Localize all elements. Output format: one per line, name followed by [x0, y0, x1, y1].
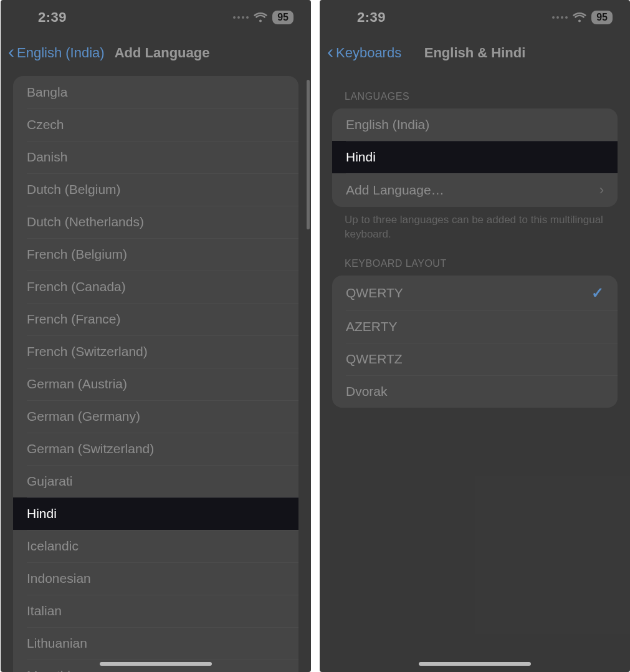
language-row[interactable]: Dutch (Netherlands): [13, 206, 298, 238]
wifi-icon: [254, 12, 267, 22]
cellular-icon: [552, 16, 568, 19]
language-label: Italian: [27, 603, 62, 618]
layout-label: Dvorak: [346, 384, 388, 399]
screen-keyboard-detail: 2:39 95 ‹ Keyboards English & Hindi LANG…: [320, 0, 630, 672]
layout-group: QWERTY✓AZERTYQWERTZDvorak: [332, 276, 618, 408]
layout-row[interactable]: Dvorak: [332, 375, 618, 408]
language-row[interactable]: German (Austria): [13, 368, 298, 400]
status-bar: 2:39 95: [1, 0, 311, 34]
back-label: English (India): [17, 45, 105, 61]
chevron-left-icon: ‹: [327, 42, 333, 61]
page-title: Add Language: [115, 45, 210, 61]
language-row[interactable]: Marathi: [13, 660, 298, 672]
language-label: French (Belgium): [27, 247, 127, 262]
battery-badge: 95: [591, 11, 613, 24]
add-language-label: Add Language…: [346, 183, 444, 198]
add-language-button[interactable]: Add Language…›: [332, 173, 618, 207]
language-row[interactable]: Lithuanian: [13, 627, 298, 660]
language-row[interactable]: Icelandic: [13, 530, 298, 562]
language-row[interactable]: Italian: [13, 595, 298, 627]
language-label: Gujarati: [27, 474, 73, 489]
language-row[interactable]: Gujarati: [13, 465, 298, 497]
screen-add-language: 2:39 95 ‹ English (India) Add Language B…: [1, 0, 311, 672]
home-indicator[interactable]: [100, 662, 212, 666]
language-label: French (Canada): [27, 279, 126, 294]
language-label: French (France): [27, 312, 121, 327]
language-label: Lithuanian: [27, 636, 87, 651]
language-row[interactable]: French (Belgium): [13, 238, 298, 271]
language-label: Indonesian: [27, 571, 91, 586]
language-label: Czech: [27, 117, 64, 132]
language-label: Bangla: [27, 85, 67, 100]
keyboard-language-row[interactable]: English (India): [332, 108, 618, 141]
status-time: 2:39: [357, 9, 386, 26]
chevron-left-icon: ‹: [8, 42, 14, 61]
back-button[interactable]: ‹ English (India): [8, 44, 105, 61]
language-row[interactable]: Indonesian: [13, 562, 298, 595]
scrollbar-vertical[interactable]: [307, 80, 310, 229]
language-row[interactable]: German (Switzerland): [13, 433, 298, 465]
language-row[interactable]: French (Switzerland): [13, 335, 298, 368]
layout-label: AZERTY: [346, 319, 397, 334]
language-label: Hindi: [346, 150, 376, 165]
language-row[interactable]: Danish: [13, 141, 298, 173]
section-header-layout: KEYBOARD LAYOUT: [345, 258, 605, 269]
wifi-icon: [573, 12, 586, 22]
home-indicator[interactable]: [419, 662, 531, 666]
language-row[interactable]: Dutch (Belgium): [13, 173, 298, 206]
language-label: Dutch (Netherlands): [27, 214, 144, 229]
back-button[interactable]: ‹ Keyboards: [327, 44, 401, 61]
check-icon: ✓: [591, 284, 604, 302]
language-label: French (Switzerland): [27, 344, 148, 359]
language-row[interactable]: Czech: [13, 108, 298, 141]
language-row[interactable]: Hindi: [13, 497, 298, 530]
status-right-cluster: 95: [233, 11, 294, 24]
language-label: German (Germany): [27, 409, 140, 424]
chevron-right-icon: ›: [599, 182, 604, 198]
status-right-cluster: 95: [552, 11, 613, 24]
language-label: German (Switzerland): [27, 441, 154, 456]
layout-row[interactable]: QWERTZ: [332, 343, 618, 375]
section-header-languages: LANGUAGES: [345, 91, 605, 102]
status-time: 2:39: [38, 9, 67, 26]
layout-label: QWERTY: [346, 286, 403, 300]
language-row[interactable]: Bangla: [13, 76, 298, 108]
language-label: Marathi: [27, 668, 70, 672]
layout-row[interactable]: AZERTY: [332, 310, 618, 343]
language-label: Icelandic: [27, 539, 79, 554]
keyboard-language-row[interactable]: Hindi: [332, 141, 618, 173]
battery-badge: 95: [272, 11, 294, 24]
language-label: Dutch (Belgium): [27, 182, 121, 197]
cellular-icon: [233, 16, 249, 19]
nav-bar: ‹ English (India) Add Language: [1, 34, 311, 72]
language-label: Danish: [27, 150, 67, 165]
language-row[interactable]: French (Canada): [13, 271, 298, 303]
language-row[interactable]: German (Germany): [13, 400, 298, 433]
nav-bar: ‹ Keyboards English & Hindi: [320, 34, 630, 72]
language-row[interactable]: French (France): [13, 303, 298, 335]
language-list: BanglaCzechDanishDutch (Belgium)Dutch (N…: [13, 76, 298, 672]
layout-row[interactable]: QWERTY✓: [332, 276, 618, 310]
layout-label: QWERTZ: [346, 352, 403, 367]
footer-note: Up to three languages can be added to th…: [345, 213, 605, 242]
language-label: Hindi: [27, 506, 57, 521]
back-label: Keyboards: [336, 45, 401, 61]
language-label: English (India): [346, 117, 429, 132]
status-bar: 2:39 95: [320, 0, 630, 34]
language-label: German (Austria): [27, 377, 127, 391]
languages-group: English (India)HindiAdd Language…›: [332, 108, 618, 207]
